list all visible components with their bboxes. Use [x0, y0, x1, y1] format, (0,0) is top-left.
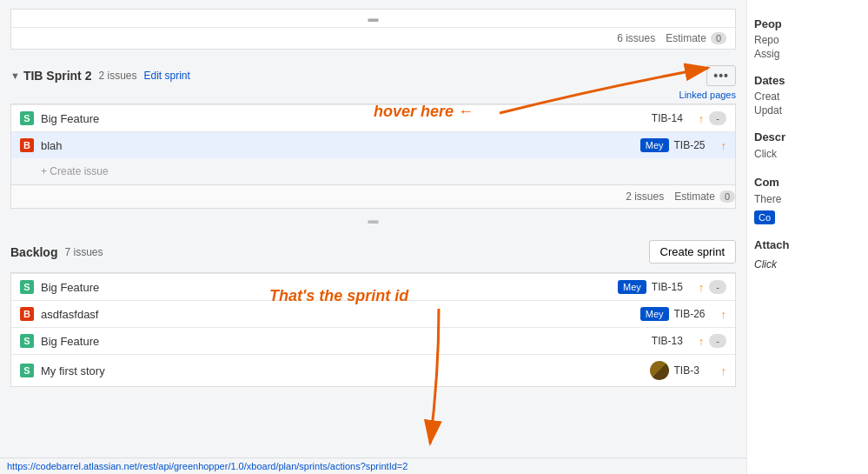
issue-type-story-icon: S [20, 111, 34, 125]
sidebar-people-title: Peop [754, 17, 861, 30]
sprint2-more-button[interactable]: ••• [706, 65, 736, 86]
sprint2-issue2-assignee: Mey [640, 138, 669, 152]
backlog-table: S Big Feature Mey TIB-15 ↑ - B asdfasfda… [10, 272, 736, 387]
backlog-issue2-priority: ↑ [721, 308, 727, 321]
sidebar-comment-text: There [754, 192, 861, 207]
create-sprint-button[interactable]: Create sprint [649, 240, 736, 264]
sidebar-description-title: Descr [754, 130, 861, 144]
backlog-issue1-priority: ↑ [699, 281, 705, 294]
sprint2-footer-issues: 2 issues [626, 190, 664, 203]
backlog-section: Backlog 7 issues Create sprint S Big Fea… [0, 231, 746, 387]
backlog-issue-row-2: B asdfasfdasf Mey TIB-26 ↑ [11, 300, 735, 327]
backlog-issue4-name: My first story [41, 364, 650, 377]
drag-handle-top: ▬ [11, 10, 735, 27]
backlog-issue2-meta: Mey TIB-26 ↑ [640, 307, 726, 321]
backlog-issue1-assignee: Mey [618, 280, 646, 294]
backlog-issue2-type-icon: B [20, 307, 34, 321]
priority-up-icon: ↑ [699, 112, 705, 125]
sprint2-title: TIB Sprint 2 [23, 69, 92, 83]
sidebar-attach-title: Attach [754, 238, 861, 251]
backlog-issue1-name: Big Feature [41, 281, 618, 294]
sidebar-click-label: Click [754, 258, 861, 270]
backlog-issue1-type-icon: S [20, 280, 34, 294]
backlog-issue3-type-icon: S [20, 334, 34, 348]
issue-type-bug-icon: B [20, 138, 34, 152]
middle-drag-handle: ▬ [0, 209, 746, 231]
backlog-issue3-priority: ↑ [699, 335, 705, 348]
backlog-issue3-id: TIB-13 [652, 335, 693, 347]
sidebar-dates-title: Dates [754, 74, 861, 87]
sidebar-comment-title: Com [754, 176, 861, 189]
sprint2-toggle[interactable]: ▼ [10, 70, 20, 81]
top-sprint-footer-issues: 6 issues [617, 32, 655, 44]
sprint2-edit[interactable]: Edit sprint [143, 70, 189, 82]
backlog-issue3-meta: TIB-13 ↑ - [652, 334, 726, 348]
backlog-issue-row-1: S Big Feature Mey TIB-15 ↑ - [11, 273, 735, 300]
backlog-issue3-name: Big Feature [41, 335, 652, 348]
backlog-issue2-name: asdfasfdasf [41, 308, 640, 321]
backlog-issue2-assignee: Mey [640, 307, 669, 321]
backlog-issue-row-4: S My first story TIB-3 ↑ [11, 354, 735, 386]
backlog-issue4-priority: ↑ [721, 364, 727, 377]
user-avatar [650, 361, 669, 380]
backlog-issue3-estimate[interactable]: - [709, 334, 726, 348]
sprint2-issue2-name: blah [41, 139, 640, 152]
sprint2-issue2-meta: Mey TIB-25 ↑ [640, 138, 726, 152]
backlog-title: Backlog [10, 245, 57, 259]
sprint2-issue1-id: TIB-14 [652, 112, 693, 124]
more-dots-icon: ••• [713, 69, 729, 83]
sprint2-issue2-id: TIB-25 [674, 139, 716, 151]
sprint2-issue1-meta: TIB-14 ↑ - [652, 111, 726, 125]
backlog-issue1-id: TIB-15 [652, 281, 693, 293]
backlog-issue2-id: TIB-26 [674, 308, 716, 320]
priority-up-icon2: ↑ [721, 139, 727, 152]
sidebar-assignee-label: Assig [754, 48, 861, 60]
sidebar-description-text: Click [754, 147, 861, 162]
backlog-issue4-meta: TIB-3 ↑ [650, 361, 727, 380]
sprint2-issue-row-1: S Big Feature TIB-14 ↑ - [11, 104, 735, 131]
backlog-issue1-estimate[interactable]: - [709, 280, 726, 294]
status-bar: https://codebarrel.atlassian.net/rest/ap… [0, 457, 746, 474]
sidebar-reporter-label: Repo [754, 34, 861, 46]
sprint2-issue1-name: Big Feature [41, 112, 652, 125]
sprint2-header: ▼ TIB Sprint 2 2 issues Edit sprint ••• [10, 58, 736, 93]
co-badge: Co [754, 210, 775, 224]
backlog-count: 7 issues [64, 246, 103, 258]
backlog-issue4-id: TIB-3 [674, 364, 716, 377]
sprint2-issue1-estimate[interactable]: - [709, 111, 726, 125]
sprint2-footer-estimate: Estimate 0 [674, 190, 735, 203]
backlog-header: Backlog 7 issues Create sprint [0, 231, 746, 272]
sidebar-created-label: Creat [754, 90, 861, 103]
sidebar-updated-label: Updat [754, 104, 861, 117]
backlog-issue-row-3: S Big Feature TIB-13 ↑ - [11, 327, 735, 354]
create-issue-row[interactable]: + Create issue [11, 158, 735, 184]
top-sprint-footer-estimate: Estimate 0 [666, 32, 726, 44]
backlog-issue4-type-icon: S [20, 364, 34, 377]
backlog-issue1-meta: Mey TIB-15 ↑ - [618, 280, 726, 294]
right-sidebar: Peop Repo Assig Dates Creat Updat Descr … [746, 0, 868, 474]
sprint2-issue-row-2: B blah Mey TIB-25 ↑ [11, 131, 735, 158]
sprint2-count: 2 issues [98, 70, 136, 82]
